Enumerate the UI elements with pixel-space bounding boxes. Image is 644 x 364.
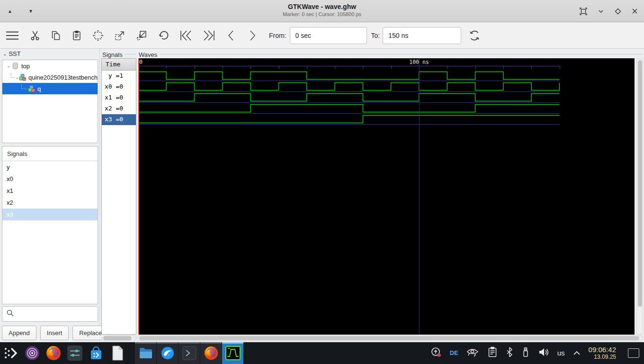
sst-tree: ⌄ top ⌄ quine20250913testbench q <box>2 60 98 143</box>
tor-browser-icon[interactable] <box>21 342 43 364</box>
signal-column: Time y =1x0 =0x1 =0x2 =0x3 =0 <box>101 58 136 335</box>
gtkwave-window: ▲ ▼ GTKWave - wave.ghw Marker: 0 sec | C… <box>0 0 644 364</box>
frame-line <box>160 54 643 55</box>
prev-edge-icon[interactable] <box>221 26 242 45</box>
window-frame-icon[interactable] <box>579 7 588 16</box>
signal-value-row-x1[interactable]: x1 =0 <box>102 92 136 103</box>
signals-list-item-x3[interactable]: x3 <box>2 209 98 220</box>
scrollbar-thumb[interactable] <box>638 60 642 307</box>
scrollbar-thumb[interactable] <box>103 336 132 340</box>
signal-value-row-x0[interactable]: x0 =0 <box>102 82 136 92</box>
toolbar: From: To: <box>0 23 644 49</box>
undo-icon[interactable] <box>152 26 175 45</box>
eye-icon[interactable] <box>466 346 479 360</box>
taskbar-window-gtkwave[interactable] <box>222 342 243 364</box>
maximize-icon[interactable] <box>614 8 622 15</box>
major-gridline-100ns <box>419 58 420 335</box>
from-input[interactable] <box>290 27 367 44</box>
append-button[interactable]: Append <box>2 326 36 340</box>
clock-time: 09:06:42 <box>589 346 616 354</box>
signal-column-hscrollbar[interactable] <box>101 335 136 341</box>
scrollbar-thumb[interactable] <box>139 336 639 340</box>
timeline-ruler[interactable]: 0100 ns <box>138 58 635 70</box>
settings-sliders-icon[interactable] <box>64 342 85 364</box>
to-label: To: <box>371 32 380 39</box>
wave-hscrollbar[interactable] <box>137 335 643 341</box>
to-start-icon[interactable] <box>175 26 197 45</box>
paste-icon[interactable] <box>66 26 87 45</box>
wave-row-y[interactable] <box>138 70 635 81</box>
signal-value-row-y[interactable]: y =1 <box>102 71 136 82</box>
module-icon <box>19 73 27 81</box>
tree-connector <box>21 84 27 89</box>
zoom-out-icon[interactable] <box>131 26 152 45</box>
clipboard-icon[interactable] <box>487 346 498 360</box>
taskbar-window-terminal[interactable] <box>178 342 200 364</box>
signals-list-item-x0[interactable]: x0 <box>2 173 98 185</box>
wave-row-x2[interactable] <box>138 103 635 114</box>
tree-item-top[interactable]: ⌄ top <box>2 60 98 72</box>
sst-label: SST <box>9 50 20 57</box>
insert-button[interactable]: Insert <box>40 326 69 340</box>
chevron-up-icon[interactable] <box>573 349 581 357</box>
update-icon[interactable] <box>430 346 442 360</box>
next-edge-icon[interactable] <box>242 26 263 45</box>
minimize-icon[interactable] <box>597 8 605 15</box>
search-input[interactable] <box>17 307 100 321</box>
to-end-icon[interactable] <box>197 26 221 45</box>
copy-icon[interactable] <box>45 26 66 45</box>
kali-menu-icon[interactable] <box>0 342 21 364</box>
chevron-down-icon: ⌄ <box>5 64 12 68</box>
cut-icon[interactable] <box>25 26 45 45</box>
document-icon[interactable] <box>107 342 128 364</box>
sst-expander[interactable]: ⌄ SST <box>3 50 21 57</box>
time-header[interactable]: Time <box>102 59 136 71</box>
menu-icon[interactable] <box>0 26 25 45</box>
keyboard-indicator-de[interactable]: DE <box>450 349 458 356</box>
signals-list-item-x2[interactable]: x2 <box>2 197 98 209</box>
taskbar-window-firefox[interactable] <box>200 342 222 364</box>
signal-value-row-x2[interactable]: x2 =0 <box>102 103 136 114</box>
clock[interactable]: 09:06:42 13.09.25 <box>589 346 616 360</box>
signal-search-box[interactable] <box>2 306 98 322</box>
taskbar-window-bluebird-app[interactable] <box>156 342 178 364</box>
wave-vscrollbar[interactable] <box>636 58 643 335</box>
zoom-in-icon[interactable] <box>109 26 131 45</box>
close-icon[interactable] <box>631 8 638 15</box>
cylinder-icon <box>12 62 19 70</box>
tree-item-label: q <box>37 85 41 92</box>
reload-icon[interactable] <box>461 26 488 45</box>
tree-item-q[interactable]: q <box>2 83 98 94</box>
wave-row-x3[interactable] <box>138 114 635 125</box>
taskbar-window-file-manager[interactable] <box>134 342 156 364</box>
usb-icon[interactable] <box>521 346 530 360</box>
window-title: GTKWave - wave.ghw <box>0 3 644 10</box>
signals-list-header: Signals <box>2 146 98 161</box>
primary-marker[interactable] <box>138 58 139 335</box>
zoom-fit-icon[interactable] <box>87 26 109 45</box>
signals-list-panel: Signals yx0x1x2x3 <box>2 146 98 304</box>
signals-list-item-y[interactable]: y <box>2 161 98 173</box>
panel-divider[interactable] <box>99 49 100 342</box>
wave-row-x1[interactable] <box>138 92 635 103</box>
tree-item-label: quine20250913testbench <box>28 74 98 81</box>
wave-canvas[interactable]: 0100 ns <box>138 58 635 335</box>
from-label: From: <box>269 32 286 39</box>
to-input[interactable] <box>383 27 461 44</box>
module-icon <box>28 85 36 92</box>
chevron-down-icon: ⌄ <box>15 75 19 80</box>
show-desktop-button[interactable] <box>628 348 639 358</box>
waves-label: Waves <box>139 51 157 58</box>
tree-connector <box>11 73 14 78</box>
bluetooth-icon[interactable] <box>506 346 513 360</box>
keyboard-layout-us[interactable]: us <box>557 349 565 357</box>
frame-line <box>125 54 136 55</box>
signal-value-row-x3[interactable]: x3 =0 <box>102 114 136 125</box>
titlebar: ▲ ▼ GTKWave - wave.ghw Marker: 0 sec | C… <box>0 0 644 22</box>
wave-row-x0[interactable] <box>138 81 635 92</box>
volume-icon[interactable] <box>538 346 549 360</box>
firefox-icon[interactable] <box>43 342 64 364</box>
app-store-icon[interactable] <box>85 342 107 364</box>
signals-list-item-x1[interactable]: x1 <box>2 185 98 197</box>
tree-item-testbench[interactable]: ⌄ quine20250913testbench <box>2 72 98 83</box>
